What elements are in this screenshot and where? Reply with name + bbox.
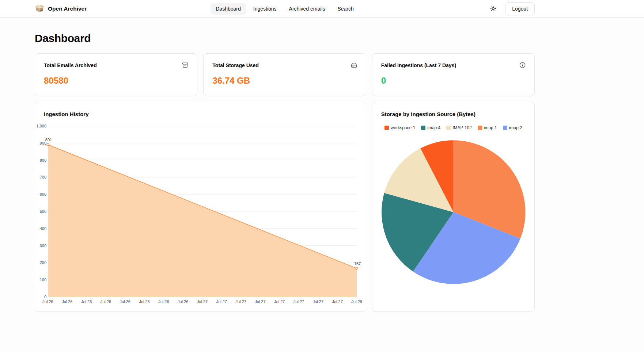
theme-toggle-button[interactable]: [489, 4, 498, 13]
stat-value: 36.74 GB: [212, 76, 357, 86]
svg-text:Jul 26: Jul 26: [158, 299, 169, 304]
nav-right: Logout: [489, 2, 535, 15]
charts-row: Ingestion History 0100200300400500600700…: [35, 102, 535, 312]
svg-text:Jul 27: Jul 27: [255, 299, 265, 304]
nav-item-ingestions[interactable]: Ingestions: [248, 3, 282, 15]
stat-card-total-storage-used: Total Storage Used 36.74 GB: [203, 53, 366, 96]
legend-item[interactable]: workspace 1: [384, 125, 415, 130]
chart-title: Storage by Ingestion Source (Bytes): [381, 111, 526, 117]
legend-label: imap 2: [509, 125, 522, 130]
legend-swatch: [503, 126, 507, 130]
stat-value: 80580: [44, 76, 188, 86]
stat-card-total-emails-archived: Total Emails Archived 80580: [35, 53, 197, 96]
chart-title: Ingestion History: [44, 111, 357, 117]
legend-swatch: [446, 126, 451, 130]
legend-item[interactable]: imap 4: [421, 125, 440, 130]
pie-legend: workspace 1imap 4IMAP 102imap 1imap 2: [381, 125, 526, 130]
brand[interactable]: Open Archiver: [35, 4, 87, 13]
legend-label: imap 4: [427, 125, 440, 130]
legend-item[interactable]: imap 1: [478, 125, 497, 130]
stat-label: Total Emails Archived: [44, 62, 97, 68]
svg-text:700: 700: [40, 175, 46, 179]
svg-text:891: 891: [45, 138, 52, 142]
svg-text:500: 500: [40, 209, 46, 214]
stat-value: 0: [381, 76, 526, 86]
svg-text:Jul 26: Jul 26: [120, 299, 130, 304]
open-archiver-logo-icon: [35, 4, 45, 13]
legend-swatch: [478, 126, 482, 130]
storage-by-source-card: Storage by Ingestion Source (Bytes) work…: [372, 102, 535, 312]
svg-text:Jul 28: Jul 28: [351, 299, 362, 304]
svg-text:Jul 26: Jul 26: [62, 299, 72, 304]
hard-drive-icon: [351, 62, 357, 68]
legend-swatch: [384, 126, 389, 130]
stat-label: Failed Ingestions (Last 7 Days): [381, 62, 456, 68]
svg-text:Jul 27: Jul 27: [274, 299, 285, 304]
nav-item-dashboard[interactable]: Dashboard: [211, 3, 246, 15]
svg-text:Jul 26: Jul 26: [81, 299, 92, 304]
legend-swatch: [421, 126, 425, 130]
svg-text:Jul 26: Jul 26: [178, 299, 188, 304]
legend-label: workspace 1: [391, 125, 415, 130]
stat-label: Total Storage Used: [212, 62, 259, 68]
page-title: Dashboard: [35, 32, 535, 45]
svg-text:400: 400: [40, 226, 46, 231]
brand-name: Open Archiver: [48, 5, 87, 12]
svg-text:1,000: 1,000: [36, 124, 46, 128]
legend-label: imap 1: [484, 125, 497, 130]
storage-pie-chart: [381, 140, 526, 284]
svg-text:Jul 27: Jul 27: [216, 299, 227, 304]
nav-menu: Dashboard Ingestions Archived emails Sea…: [211, 3, 359, 15]
nav-item-archived-emails[interactable]: Archived emails: [284, 3, 330, 15]
svg-text:600: 600: [40, 192, 46, 196]
svg-text:Jul 27: Jul 27: [313, 299, 323, 304]
svg-text:200: 200: [40, 260, 46, 265]
legend-item[interactable]: imap 2: [503, 125, 522, 130]
stat-card-failed-ingestions: Failed Ingestions (Last 7 Days) 0: [372, 53, 535, 96]
sun-icon: [490, 5, 496, 12]
archive-icon: [182, 62, 188, 68]
legend-label: IMAP 102: [452, 125, 471, 130]
legend-item[interactable]: IMAP 102: [446, 125, 471, 130]
svg-text:300: 300: [40, 244, 46, 248]
svg-text:167: 167: [354, 261, 361, 266]
svg-text:0: 0: [44, 295, 46, 299]
info-icon: [519, 62, 526, 68]
svg-text:Jul 27: Jul 27: [293, 299, 304, 304]
svg-text:Jul 26: Jul 26: [101, 299, 111, 304]
svg-text:100: 100: [40, 278, 46, 282]
svg-text:Jul 27: Jul 27: [235, 299, 246, 304]
svg-text:Jul 27: Jul 27: [332, 299, 343, 304]
svg-text:Jul 27: Jul 27: [197, 299, 208, 304]
ingestion-history-chart: 01002003004005006007008009001,000Jul 26J…: [36, 121, 366, 309]
svg-text:Jul 26: Jul 26: [42, 299, 53, 304]
svg-text:800: 800: [40, 158, 46, 162]
logout-button[interactable]: Logout: [505, 2, 535, 15]
nav-item-search[interactable]: Search: [332, 3, 359, 15]
svg-text:Jul 26: Jul 26: [139, 299, 149, 304]
top-nav: Open Archiver Dashboard Ingestions Archi…: [0, 0, 644, 18]
ingestion-history-card: Ingestion History 0100200300400500600700…: [35, 102, 366, 312]
stats-row: Total Emails Archived 80580 Total Storag…: [35, 53, 535, 96]
